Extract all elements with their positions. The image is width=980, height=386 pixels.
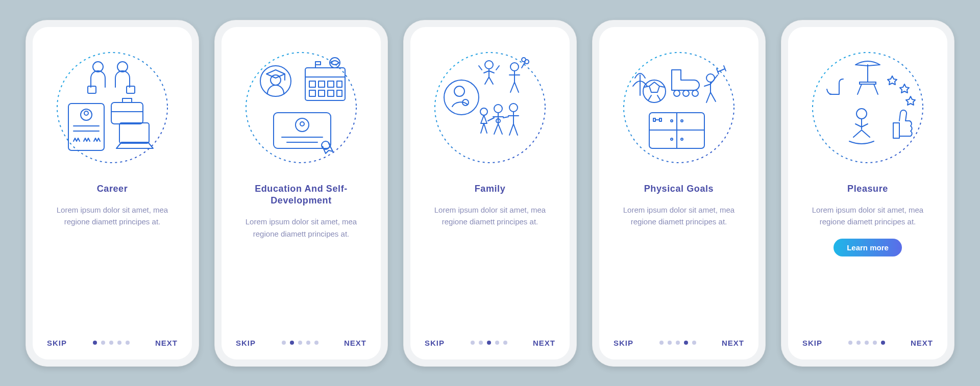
onboarding-screen: Education And Self-Development Lorem ips… bbox=[222, 27, 381, 359]
svg-rect-25 bbox=[328, 90, 334, 96]
svg-point-49 bbox=[683, 90, 689, 96]
svg-point-41 bbox=[480, 108, 487, 115]
screen-description: Lorem ipsum dolor sit amet, mea regione … bbox=[424, 204, 556, 228]
dot bbox=[684, 341, 688, 345]
svg-point-48 bbox=[674, 90, 680, 96]
onboarding-footer: SKIP NEXT bbox=[410, 339, 570, 347]
next-button[interactable]: NEXT bbox=[722, 339, 744, 347]
svg-rect-19 bbox=[309, 81, 315, 87]
screen-title: Pleasure bbox=[847, 183, 888, 195]
svg-point-13 bbox=[246, 53, 356, 163]
page-indicator bbox=[471, 341, 507, 345]
svg-line-45 bbox=[503, 117, 508, 118]
dot bbox=[282, 341, 286, 345]
fitness-icon bbox=[618, 46, 740, 169]
svg-point-58 bbox=[681, 138, 683, 140]
svg-rect-20 bbox=[318, 81, 325, 87]
svg-rect-24 bbox=[318, 90, 325, 96]
svg-point-31 bbox=[300, 122, 304, 126]
svg-rect-5 bbox=[68, 104, 104, 150]
page-indicator bbox=[659, 341, 696, 345]
svg-point-55 bbox=[671, 120, 673, 122]
screen-description: Lorem ipsum dolor sit amet, mea regione … bbox=[612, 204, 745, 228]
svg-point-43 bbox=[509, 104, 518, 112]
svg-rect-26 bbox=[337, 90, 342, 96]
svg-point-30 bbox=[296, 118, 309, 132]
phone-mockup-career: Career Lorem ipsum dolor sit amet, mea r… bbox=[26, 20, 199, 367]
dot bbox=[873, 341, 877, 345]
dot bbox=[881, 341, 885, 345]
onboarding-footer: SKIP NEXT bbox=[788, 339, 947, 347]
dot bbox=[692, 341, 696, 345]
onboarding-screen: Physical Goals Lorem ipsum dolor sit ame… bbox=[599, 27, 758, 359]
skip-button[interactable]: SKIP bbox=[236, 339, 256, 347]
family-icon bbox=[429, 46, 551, 169]
next-button[interactable]: NEXT bbox=[344, 339, 366, 347]
onboarding-screen: Family Lorem ipsum dolor sit amet, mea r… bbox=[410, 27, 570, 359]
dot bbox=[479, 341, 483, 345]
svg-rect-12 bbox=[119, 123, 149, 143]
svg-rect-22 bbox=[337, 81, 342, 87]
learn-more-button[interactable]: Learn more bbox=[834, 239, 902, 256]
svg-line-44 bbox=[488, 118, 494, 121]
dot bbox=[471, 341, 475, 345]
svg-point-36 bbox=[444, 80, 479, 115]
skip-button[interactable]: SKIP bbox=[614, 339, 633, 347]
svg-point-40 bbox=[510, 63, 519, 71]
dot bbox=[848, 341, 852, 345]
page-indicator bbox=[848, 341, 885, 345]
svg-line-61 bbox=[857, 84, 862, 94]
next-button[interactable]: NEXT bbox=[155, 339, 178, 347]
svg-rect-4 bbox=[127, 86, 135, 93]
skip-button[interactable]: SKIP bbox=[47, 339, 67, 347]
phone-mockup-education: Education And Self-Development Lorem ips… bbox=[214, 20, 388, 367]
dot bbox=[503, 341, 507, 345]
skip-button[interactable]: SKIP bbox=[425, 339, 445, 347]
svg-rect-10 bbox=[111, 102, 143, 124]
dot bbox=[101, 341, 105, 345]
dot bbox=[126, 341, 130, 345]
dot bbox=[856, 341, 861, 345]
dot bbox=[495, 341, 499, 345]
dot bbox=[117, 341, 121, 345]
education-icon bbox=[240, 46, 362, 169]
svg-point-39 bbox=[485, 61, 493, 69]
svg-line-62 bbox=[874, 84, 878, 94]
svg-point-47 bbox=[643, 80, 666, 102]
phone-mockup-family: Family Lorem ipsum dolor sit amet, mea r… bbox=[403, 20, 577, 367]
dot bbox=[659, 341, 664, 345]
phone-mockup-pleasure: Pleasure Lorem ipsum dolor sit amet, mea… bbox=[781, 20, 954, 367]
svg-rect-21 bbox=[328, 81, 334, 87]
page-indicator bbox=[93, 341, 130, 345]
dot bbox=[487, 341, 491, 345]
pleasure-icon bbox=[806, 46, 929, 169]
dot bbox=[93, 341, 97, 345]
dot bbox=[109, 341, 113, 345]
dot bbox=[314, 341, 318, 345]
phone-mockup-fitness: Physical Goals Lorem ipsum dolor sit ame… bbox=[592, 20, 766, 367]
career-icon bbox=[51, 46, 174, 169]
skip-button[interactable]: SKIP bbox=[802, 339, 822, 347]
onboarding-screen: Pleasure Lorem ipsum dolor sit amet, mea… bbox=[788, 27, 947, 359]
screen-title: Career bbox=[97, 183, 128, 195]
svg-point-37 bbox=[454, 86, 464, 96]
svg-rect-23 bbox=[309, 90, 315, 96]
dot bbox=[306, 341, 310, 345]
page-indicator bbox=[282, 341, 318, 345]
onboarding-footer: SKIP NEXT bbox=[222, 339, 381, 347]
svg-point-50 bbox=[692, 90, 698, 96]
svg-rect-2 bbox=[88, 86, 96, 93]
next-button[interactable]: NEXT bbox=[533, 339, 555, 347]
screen-description: Lorem ipsum dolor sit amet, mea regione … bbox=[46, 204, 179, 228]
screen-title: Physical Goals bbox=[644, 183, 714, 195]
next-button[interactable]: NEXT bbox=[911, 339, 933, 347]
dot bbox=[865, 341, 869, 345]
dot bbox=[298, 341, 302, 345]
onboarding-footer: SKIP NEXT bbox=[599, 339, 758, 347]
screen-description: Lorem ipsum dolor sit amet, mea regione … bbox=[801, 204, 934, 228]
screen-title: Education And Self-Development bbox=[234, 183, 369, 207]
dot bbox=[290, 341, 294, 345]
onboarding-footer: SKIP NEXT bbox=[33, 339, 192, 347]
svg-point-7 bbox=[84, 111, 88, 115]
onboarding-screen: Career Lorem ipsum dolor sit amet, mea r… bbox=[33, 27, 192, 359]
